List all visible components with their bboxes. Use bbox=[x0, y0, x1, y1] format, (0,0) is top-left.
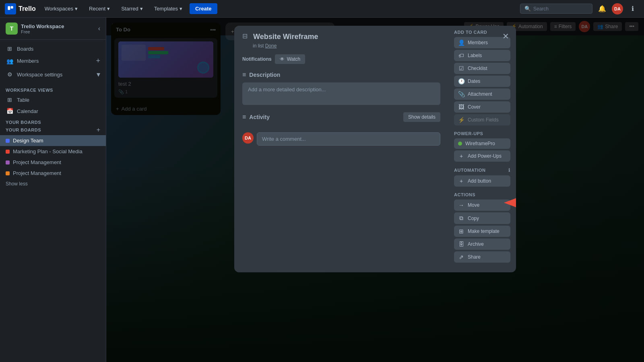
action-btn-copy[interactable]: ⧉Copy bbox=[454, 212, 510, 224]
copy-icon: ⧉ bbox=[458, 215, 464, 222]
add-button-btn[interactable]: + Add button bbox=[454, 175, 510, 187]
labels-label: Labels bbox=[468, 53, 482, 58]
board-color-swatch bbox=[6, 160, 10, 165]
search-bar[interactable]: 🔍 Search bbox=[520, 4, 592, 14]
plus-icon: + bbox=[458, 153, 464, 159]
activity-icon: ≡ bbox=[242, 113, 246, 121]
modal-list-link[interactable]: Done bbox=[265, 43, 277, 49]
settings-chevron-icon: ▾ bbox=[97, 70, 100, 79]
cover-icon: 🖼 bbox=[458, 104, 464, 110]
boards-icon: ⊞ bbox=[6, 45, 14, 52]
action-btn-make_template[interactable]: ⊞Make template bbox=[454, 226, 510, 237]
copy-label: Copy bbox=[468, 216, 479, 221]
notifications-row: Notifications 👁 Watch bbox=[242, 54, 440, 64]
notification-bell-btn[interactable]: 🔔 bbox=[596, 2, 609, 15]
sidebar-item-boards[interactable]: ⊞ Boards bbox=[0, 43, 106, 54]
modal-close-btn[interactable]: ✕ bbox=[499, 30, 512, 43]
info-btn[interactable]: ℹ bbox=[626, 2, 639, 15]
custom_fields-icon: ⚡ bbox=[458, 117, 464, 123]
description-header: ≡ Description bbox=[242, 71, 440, 78]
search-icon: 🔍 bbox=[524, 6, 531, 12]
activity-section: ≡ Activity Show details DA Write a comme… bbox=[242, 112, 440, 146]
comment-input[interactable]: Write a comment... bbox=[257, 132, 440, 146]
add-board-icon[interactable]: + bbox=[97, 126, 100, 134]
board-color-swatch bbox=[6, 150, 10, 154]
sidebar-btn-labels[interactable]: 🏷Labels bbox=[454, 50, 510, 61]
members-label: Members bbox=[468, 40, 488, 45]
plus-icon: + bbox=[458, 178, 464, 184]
description-section: ≡ Description Add a more detailed descri… bbox=[242, 71, 440, 105]
workspaces-menu-btn[interactable]: Workspaces ▾ bbox=[41, 3, 82, 14]
sidebar-board-item-0[interactable]: Design Team bbox=[0, 135, 106, 146]
comment-row: DA Write a comment... bbox=[242, 132, 440, 146]
add-power-ups-btn[interactable]: + Add Power-Ups bbox=[454, 150, 510, 162]
activity-header: ≡ Activity bbox=[242, 113, 270, 121]
sidebar-btn-attachment[interactable]: 📎Attachment bbox=[454, 88, 510, 100]
your-boards-header: Your boards bbox=[6, 128, 41, 132]
app-name: Trello bbox=[19, 5, 36, 12]
sidebar-btn-checklist[interactable]: ☑Checklist bbox=[454, 63, 510, 74]
sidebar-toggle-btn[interactable]: ‹ bbox=[98, 25, 100, 32]
sidebar-board-item-2[interactable]: Project Management bbox=[0, 157, 106, 168]
modal-sidebar: Add to card 👤Members🏷Labels☑Checklist🕐Da… bbox=[448, 26, 516, 272]
sidebar-item-table[interactable]: ⊞ Table bbox=[0, 94, 106, 105]
workspace-header: T Trello Workspace Free ‹ bbox=[0, 18, 106, 40]
board-area: Design Team ⚡ Power-Ups ⚡ Automation ≡ F… bbox=[106, 18, 644, 362]
user-avatar[interactable]: DA bbox=[612, 3, 623, 14]
sidebar-board-item-3[interactable]: Project Management bbox=[0, 168, 106, 179]
modal-sidebar-buttons: 👤Members🏷Labels☑Checklist🕐Dates📎Attachme… bbox=[454, 37, 510, 125]
chevron-down-icon: ▾ bbox=[107, 6, 110, 12]
app-logo[interactable]: Trello bbox=[5, 3, 36, 14]
description-input[interactable]: Add a more detailed description... bbox=[242, 82, 440, 105]
share-label: Share bbox=[468, 254, 481, 260]
automation-row: Automation ℹ bbox=[454, 167, 510, 173]
chevron-down-icon: ▾ bbox=[75, 6, 78, 12]
show-details-btn[interactable]: Show details bbox=[403, 112, 440, 122]
modal-title-row: ⊟ Website Wireframe bbox=[242, 32, 440, 41]
checklist-icon: ☑ bbox=[458, 65, 464, 72]
modal-action-buttons: →Move⧉Copy⊞Make template🗄Archive⇗Share bbox=[454, 200, 510, 263]
power-ups-section: Power-Ups WireframePro + Add Power-Ups bbox=[454, 131, 510, 162]
templates-menu-btn[interactable]: Templates ▾ bbox=[150, 3, 186, 14]
action-btn-archive[interactable]: 🗄Archive bbox=[454, 239, 510, 250]
attachment-icon: 📎 bbox=[458, 91, 464, 97]
table-icon: ⊞ bbox=[6, 97, 14, 103]
workspace-plan: Free bbox=[21, 29, 64, 34]
action-btn-share[interactable]: ⇗Share bbox=[454, 251, 510, 263]
sidebar-board-item-1[interactable]: Marketing Plan - Social Media bbox=[0, 146, 106, 157]
show-less-btn[interactable]: Show less bbox=[0, 179, 106, 189]
wireframe-pro-btn[interactable]: WireframePro bbox=[454, 138, 510, 149]
settings-icon: ⚙ bbox=[6, 71, 14, 78]
board-name: Design Team bbox=[13, 138, 43, 144]
sidebar-item-calendar[interactable]: 📅 Calendar bbox=[0, 105, 106, 117]
sidebar-item-members[interactable]: 👥 Members + bbox=[0, 54, 106, 68]
automation-section: Automation ℹ + Add button bbox=[454, 167, 510, 187]
top-nav: Trello Workspaces ▾ Recent ▾ Starred ▾ T… bbox=[0, 0, 644, 18]
checklist-label: Checklist bbox=[468, 66, 487, 71]
sidebar-item-settings[interactable]: ⚙ Workspace settings ▾ bbox=[0, 68, 106, 81]
recent-menu-btn[interactable]: Recent ▾ bbox=[85, 3, 114, 14]
actions-section: Actions →Move⧉Copy⊞Make template🗄Archive… bbox=[454, 192, 510, 263]
create-button[interactable]: Create bbox=[190, 3, 217, 14]
custom_fields-label: Custom Fields bbox=[468, 117, 499, 123]
card-icon: ⊟ bbox=[242, 32, 248, 40]
workspace-icon: T bbox=[6, 23, 18, 35]
watch-btn[interactable]: 👁 Watch bbox=[275, 54, 305, 64]
sidebar: T Trello Workspace Free ‹ ⊞ Boards 👥 Mem… bbox=[0, 18, 106, 362]
archive-icon: 🗄 bbox=[458, 241, 464, 247]
action-btn-move[interactable]: →Move bbox=[454, 200, 510, 211]
sidebar-btn-cover[interactable]: 🖼Cover bbox=[454, 101, 510, 113]
automation-label: Automation bbox=[454, 168, 486, 173]
trello-logo-icon bbox=[5, 3, 16, 14]
make_template-icon: ⊞ bbox=[458, 228, 464, 234]
add-member-icon[interactable]: + bbox=[96, 57, 100, 65]
sidebar-btn-dates[interactable]: 🕐Dates bbox=[454, 76, 510, 87]
labels-icon: 🏷 bbox=[458, 52, 464, 59]
starred-menu-btn[interactable]: Starred ▾ bbox=[117, 3, 147, 14]
members-icon: 👥 bbox=[6, 58, 14, 64]
modal-body: ⊟ Website Wireframe in list Done Notific… bbox=[234, 26, 516, 272]
board-color-swatch bbox=[6, 171, 10, 175]
notifications-label: Notifications bbox=[242, 56, 272, 62]
info-icon[interactable]: ℹ bbox=[508, 167, 510, 173]
chevron-down-icon: ▾ bbox=[140, 6, 143, 12]
